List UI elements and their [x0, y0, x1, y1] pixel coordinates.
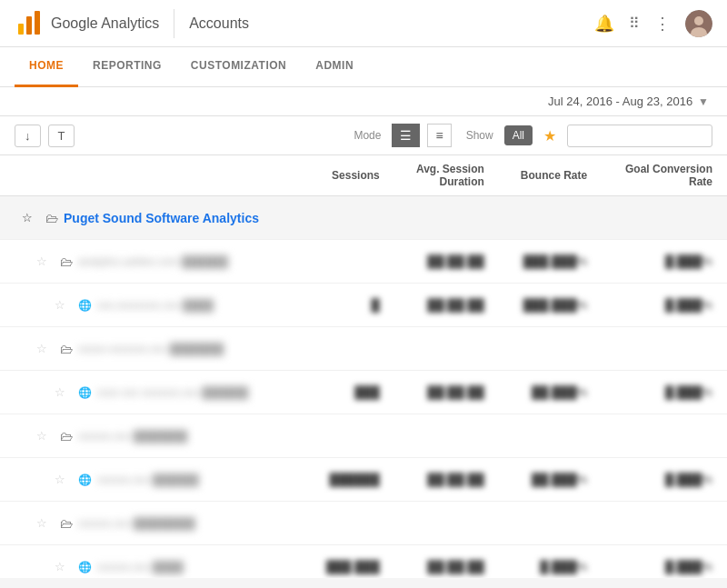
bounce-rate-value: ███.███% [499, 240, 602, 284]
property-name[interactable]: xxxx xxx xxxxxxx.xxx ██████ [97, 386, 248, 399]
account-link[interactable]: Puget Sound Software Analytics [64, 211, 259, 225]
show-label: Show [466, 129, 493, 142]
goal-conversion-value: █.███% [602, 284, 727, 327]
property-name[interactable]: xxxxxx.xxx ███████ [78, 430, 187, 443]
sessions-value: ███.███ [305, 545, 394, 579]
property-name[interactable]: xxxxx-xxxxxxx.xxx ███████ [78, 343, 224, 355]
property-name[interactable]: xxxxxx.xxx ████████ [78, 517, 195, 530]
avg-session-value [394, 502, 499, 545]
goal-conversion-value: █.███% [602, 371, 727, 414]
folder-icon: 🗁 [60, 254, 73, 269]
avg-session-value [394, 327, 499, 371]
star-icon[interactable]: ☆ [47, 291, 73, 319]
ga-logo-icon [15, 9, 44, 38]
date-range-selector[interactable]: Jul 24, 2016 - Aug 23, 2016 ▼ [548, 95, 709, 108]
view-icon: 🌐 [78, 299, 92, 312]
show-all-btn[interactable]: All [504, 125, 533, 145]
bounce-rate-value: ███.███% [499, 284, 602, 327]
sessions-value: █ [305, 284, 394, 327]
table-row: ☆ 🗁 xxxxxx.xxx ████████ [0, 502, 727, 545]
table-row: ☆ 🌐 xxxx xxx xxxxxxx.xxx ██████ ███ ██:█… [0, 371, 727, 414]
goal-conversion-value: █.███% [602, 458, 727, 502]
folder-icon: 🗁 [60, 429, 73, 443]
goal-conversion-value [602, 414, 727, 458]
view-icon: 🌐 [78, 561, 92, 573]
bounce-rate-value: ██.███% [499, 458, 602, 502]
avg-session-value: ██:██:██ [394, 240, 499, 284]
star-icon[interactable]: ☆ [15, 204, 40, 232]
property-name[interactable]: xxxxxx.xxx ██████ [97, 473, 199, 486]
nav-admin[interactable]: ADMIN [301, 47, 368, 87]
star-icon[interactable]: ☆ [47, 465, 73, 493]
table-row: ☆ 🗁 xxxxxx.xxx ███████ [0, 414, 727, 458]
toolbar: ↓ T Mode ☰ ≡ Show All ★ [0, 116, 727, 155]
property-name[interactable]: xxxxxx.xxx ████ [97, 561, 184, 573]
star-icon[interactable]: ☆ [29, 334, 55, 363]
sessions-value [305, 414, 394, 458]
table-row: ☆ 🗁 analytics.askleo.com ██████ ██:██:██… [0, 240, 727, 284]
main-nav: HOME REPORTING CUSTOMIZATION ADMIN [0, 47, 727, 87]
more-icon[interactable]: ⋮ [654, 14, 671, 34]
nav-customization[interactable]: CUSTOMIZATION [176, 47, 301, 87]
nav-reporting[interactable]: REPORTING [78, 47, 176, 87]
avg-session-value: ██:██:██ [394, 545, 499, 579]
text-btn[interactable]: T [48, 125, 75, 147]
star-filter-btn[interactable]: ★ [540, 127, 560, 145]
property-name[interactable]: xxx.xxxxxxxx.xxx ████ [97, 299, 214, 312]
view-icon: 🌐 [78, 386, 92, 399]
goal-conversion-value: █.███% [602, 545, 727, 579]
table-row: ☆ 🌐 xxx.xxxxxxxx.xxx ████ █ ██:██:██ ███… [0, 284, 727, 327]
folder-icon: 🗁 [45, 211, 58, 225]
date-range-text: Jul 24, 2016 - Aug 23, 2016 [548, 95, 692, 108]
goal-conversion-value [602, 327, 727, 371]
bounce-rate-value: █.███% [499, 545, 602, 579]
sessions-value [305, 502, 394, 545]
table-row: ☆ 🌐 xxxxxx.xxx ██████ ██████ ██:██:██ ██… [0, 458, 727, 502]
col-bounce-rate-header: Bounce Rate [499, 155, 602, 196]
svg-point-4 [694, 16, 703, 25]
nav-home[interactable]: HOME [15, 47, 78, 87]
folder-icon: 🗁 [60, 516, 73, 531]
sessions-value [305, 327, 394, 371]
accounts-table: Sessions Avg. Session Duration Bounce Ra… [0, 155, 727, 578]
svg-rect-0 [18, 24, 24, 35]
col-name-header [0, 155, 305, 196]
search-input[interactable] [567, 125, 712, 147]
date-dropdown-arrow: ▼ [698, 95, 709, 108]
star-icon[interactable]: ☆ [29, 247, 55, 275]
goal-conversion-value: █.███% [602, 240, 727, 284]
svg-rect-2 [35, 11, 40, 35]
grid-icon[interactable]: ⠿ [629, 15, 640, 32]
star-icon[interactable]: ☆ [47, 378, 73, 406]
goal-conversion-value [602, 502, 727, 545]
download-btn[interactable]: ↓ [15, 125, 41, 147]
col-avg-session-header: Avg. Session Duration [394, 155, 499, 196]
mode-label: Mode [354, 129, 381, 142]
table-row: ☆ 🗁 Puget Sound Software Analytics [0, 196, 727, 240]
accounts-table-container: Sessions Avg. Session Duration Bounce Ra… [0, 155, 727, 578]
mode-grid-btn[interactable]: ☰ [392, 124, 420, 147]
col-goal-conversion-header: Goal Conversion Rate [602, 155, 727, 196]
view-icon: 🌐 [78, 473, 92, 486]
bounce-rate-value: ██.███% [499, 371, 602, 414]
star-icon[interactable]: ☆ [47, 553, 73, 578]
svg-rect-1 [26, 16, 32, 35]
app-name: Google Analytics [51, 15, 159, 32]
property-name[interactable]: analytics.askleo.com ██████ [78, 255, 228, 268]
star-icon[interactable]: ☆ [29, 422, 55, 450]
table-row: ☆ 🌐 xxxxxx.xxx ████ ███.███ ██:██:██ █.█… [0, 545, 727, 579]
logo-area: Google Analytics [15, 9, 174, 38]
star-icon[interactable]: ☆ [29, 509, 55, 537]
avg-session-value [394, 414, 499, 458]
bell-icon[interactable]: 🔔 [594, 14, 614, 34]
user-avatar[interactable] [685, 10, 712, 37]
col-sessions-header: Sessions [305, 155, 394, 196]
header-actions: 🔔 ⠿ ⋮ [594, 10, 712, 37]
section-title: Accounts [174, 15, 594, 32]
mode-list-btn[interactable]: ≡ [427, 124, 451, 147]
bounce-rate-value [499, 414, 602, 458]
table-row: ☆ 🗁 xxxxx-xxxxxxx.xxx ███████ [0, 327, 727, 371]
folder-icon: 🗁 [60, 342, 73, 356]
avg-session-value: ██:██:██ [394, 284, 499, 327]
bounce-rate-value [499, 502, 602, 545]
